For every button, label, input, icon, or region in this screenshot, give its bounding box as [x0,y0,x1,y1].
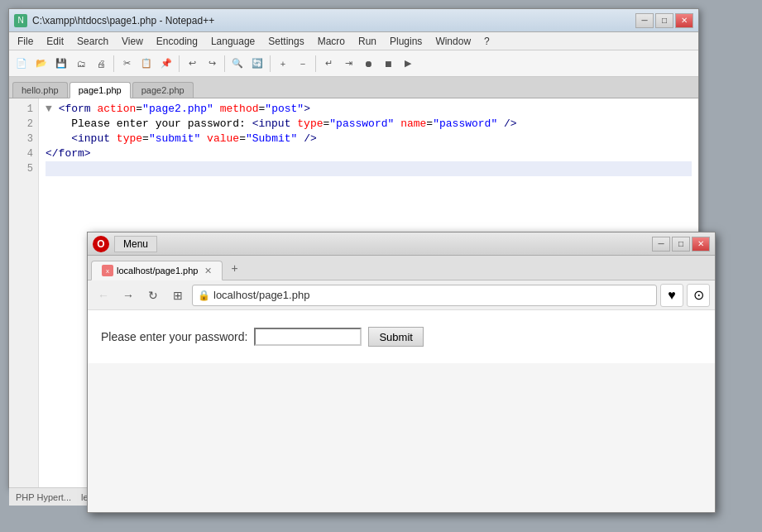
nav-forward-button[interactable]: → [117,285,139,306]
line-num-2: 2 [14,117,33,132]
password-input[interactable] [254,328,362,346]
tb-toggle-indent[interactable]: ⇥ [339,55,357,73]
npp-menubar: File Edit Search View Encoding Language … [9,32,698,50]
page-form: Please enter your password: [101,327,702,347]
npp-maximize-button[interactable]: □ [655,13,673,28]
line-num-1: 1 [14,102,33,117]
menu-run[interactable]: Run [353,34,381,49]
form-label: Please enter your password: [101,330,247,343]
tb-find[interactable]: 🔍 [228,55,247,73]
browser-menu-button[interactable]: Menu [114,236,157,252]
tb-paste[interactable]: 📌 [157,55,175,73]
new-tab-button[interactable]: + [224,258,244,278]
heart-icon: ♥ [668,288,676,303]
submit-button[interactable] [368,327,423,347]
browser-window-controls: ─ □ ✕ [652,237,710,252]
line-num-5: 5 [14,161,33,176]
tb-zoom-in[interactable]: + [274,55,292,73]
tb-macro-play[interactable]: ▶ [399,55,417,73]
tb-open[interactable]: 📂 [32,55,50,73]
tb-copy[interactable]: 📋 [137,55,156,73]
tab-page1-php[interactable]: page1.php [69,82,131,98]
menu-language[interactable]: Language [206,34,260,49]
tb-new[interactable]: 📄 [12,55,31,73]
menu-window[interactable]: Window [430,34,476,49]
menu-file[interactable]: File [12,34,38,49]
tb-macro-record[interactable]: ⏺ [359,55,377,73]
tb-save[interactable]: 💾 [52,55,70,73]
address-bar: 🔒 [192,285,657,306]
line-num-4: 4 [14,146,33,161]
menu-plugins[interactable]: Plugins [385,34,427,49]
browser-page-content: Please enter your password: [88,310,715,363]
fold-icon-1[interactable]: ▼ [46,103,52,115]
browser-tabbar: x localhost/page1.php ✕ + [88,256,715,280]
tb-toggle-wrap[interactable]: ↵ [319,55,338,73]
menu-edit[interactable]: Edit [41,34,69,49]
line-num-3: 3 [14,132,33,146]
browser-tab-label: localhost/page1.php [117,266,198,276]
code-line-4: </form> [46,146,692,161]
tab-page2-php[interactable]: page2.php [132,82,194,98]
download-icon: ⊙ [693,287,704,303]
tb-sep1 [113,55,114,72]
address-secure-icon: 🔒 [198,290,210,301]
line-numbers: 1 2 3 4 5 [9,98,39,487]
code-text-2: Please enter your password: [71,117,252,130]
browser-maximize-button[interactable]: □ [672,237,690,252]
code-line-5 [46,161,692,176]
tb-sep2 [179,55,180,72]
npp-title: C:\xampp\htdocs\page1.php - Notepad++ [32,15,635,26]
menu-help[interactable]: ? [479,34,495,49]
tb-redo[interactable]: ↪ [203,55,221,73]
address-input[interactable] [213,289,651,301]
tb-undo[interactable]: ↩ [183,55,201,73]
browser-tab-close[interactable]: ✕ [204,266,212,276]
browser-tab-page1[interactable]: x localhost/page1.php ✕ [91,261,223,280]
menu-macro[interactable]: Macro [313,34,350,49]
npp-tabbar: hello.php page1.php page2.php [9,77,698,98]
tb-cut[interactable]: ✂ [117,55,136,73]
npp-app-icon: N [14,14,27,27]
tb-sep5 [315,55,316,72]
browser-window: O Menu ─ □ ✕ x localhost/page1.php ✕ + ←… [87,232,716,513]
browser-titlebar: O Menu ─ □ ✕ [88,232,715,256]
tb-replace[interactable]: 🔄 [248,55,266,73]
code-line-1: ▼ <form action="page2.php" method="post"… [46,102,692,117]
menu-encoding[interactable]: Encoding [151,34,203,49]
npp-titlebar: N C:\xampp\htdocs\page1.php - Notepad++ … [9,9,698,32]
npp-close-button[interactable]: ✕ [675,13,693,28]
npp-minimize-button[interactable]: ─ [635,13,654,28]
menu-search[interactable]: Search [72,34,113,49]
menu-settings[interactable]: Settings [263,34,309,49]
tb-saveall[interactable]: 🗂 [72,55,90,73]
code-line-2: Please enter your password: <input type=… [46,117,692,132]
tb-macro-stop[interactable]: ⏹ [379,55,397,73]
tab-hello-php[interactable]: hello.php [12,82,68,98]
browser-close-button[interactable]: ✕ [692,237,710,252]
npp-window-controls: ─ □ ✕ [635,13,693,28]
bookmark-heart-button[interactable]: ♥ [660,284,683,307]
browser-minimize-button[interactable]: ─ [652,237,670,252]
tb-print[interactable]: 🖨 [92,55,110,73]
code-line-3: <input type="submit" value="Submit" /> [46,132,692,146]
tb-sep3 [224,55,225,72]
statusbar-filetype: PHP Hypert... [16,492,71,502]
tb-zoom-out[interactable]: − [294,55,312,73]
download-button[interactable]: ⊙ [687,284,710,307]
nav-back-button[interactable]: ← [93,285,114,306]
nav-reload-button[interactable]: ↻ [142,285,164,306]
opera-logo: O [93,236,109,252]
menu-view[interactable]: View [117,34,148,49]
tab-favicon: x [102,265,113,276]
tb-sep4 [270,55,271,72]
npp-toolbar: 📄 📂 💾 🗂 🖨 ✂ 📋 📌 ↩ ↪ 🔍 🔄 + − ↵ ⇥ ⏺ ⏹ ▶ [9,50,698,77]
nav-grid-button[interactable]: ⊞ [167,285,189,306]
browser-navbar: ← → ↻ ⊞ 🔒 ♥ ⊙ [88,280,715,310]
